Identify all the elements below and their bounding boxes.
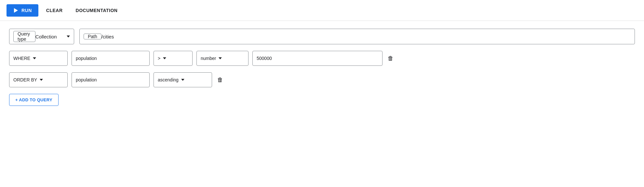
operator-select[interactable]: > [154, 51, 193, 66]
add-to-query-row: + ADD TO QUERY [9, 94, 635, 106]
order-by-clause-select[interactable]: ORDER BY [9, 72, 68, 87]
where-filter-row: WHERE > number 🗑 [9, 51, 635, 66]
type-value: number [201, 56, 216, 61]
run-label: RUN [21, 8, 32, 13]
where-clause-select[interactable]: WHERE [9, 51, 68, 66]
path-input[interactable] [101, 29, 631, 44]
main-content: Query type Collection Path WHERE > numbe… [0, 21, 644, 114]
value-input-box [252, 51, 382, 66]
direction-value: ascending [158, 77, 179, 82]
order-by-trash-icon: 🗑 [217, 77, 223, 83]
where-delete-button[interactable]: 🗑 [386, 54, 395, 63]
order-by-field-input[interactable] [76, 77, 145, 82]
operator-value: > [158, 56, 160, 61]
add-to-query-button[interactable]: + ADD TO QUERY [9, 94, 59, 106]
order-by-delete-button[interactable]: 🗑 [216, 75, 224, 85]
order-by-chevron-icon [40, 79, 43, 81]
play-triangle [14, 8, 18, 13]
where-field-input[interactable] [76, 56, 145, 61]
query-type-select[interactable]: Collection [35, 29, 70, 44]
type-select[interactable]: number [196, 51, 248, 66]
trash-icon: 🗑 [388, 55, 394, 62]
where-field-box [72, 51, 150, 66]
type-chevron-icon [219, 57, 222, 59]
query-type-legend: Query type [13, 31, 35, 42]
path-fieldset: Path [79, 29, 635, 44]
documentation-button[interactable]: DOCUMENTATION [71, 5, 123, 16]
order-by-clause-label: ORDER BY [13, 77, 37, 82]
order-by-field-box [72, 72, 150, 87]
clear-button[interactable]: CLEAR [41, 5, 68, 16]
query-type-path-row: Query type Collection Path [9, 29, 635, 44]
toolbar: RUN CLEAR DOCUMENTATION [0, 0, 644, 21]
value-input[interactable] [257, 56, 378, 61]
where-chevron-icon [33, 57, 36, 59]
operator-chevron-icon [163, 57, 166, 59]
play-icon [13, 7, 19, 13]
direction-chevron-icon [181, 79, 184, 81]
path-legend: Path [84, 34, 101, 39]
order-by-filter-row: ORDER BY ascending 🗑 [9, 72, 635, 87]
query-type-value: Collection [35, 34, 57, 39]
query-type-fieldset: Query type Collection [9, 29, 74, 44]
chevron-down-icon [67, 36, 70, 37]
direction-select[interactable]: ascending [154, 72, 212, 87]
where-clause-label: WHERE [13, 56, 30, 61]
run-button[interactable]: RUN [7, 4, 38, 17]
